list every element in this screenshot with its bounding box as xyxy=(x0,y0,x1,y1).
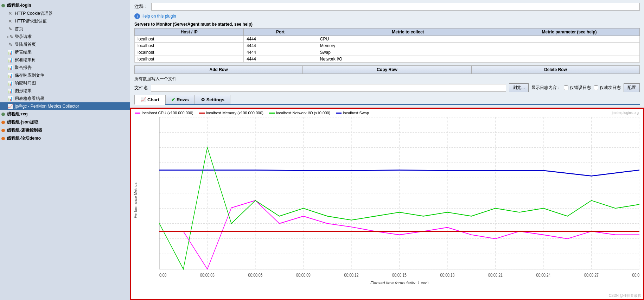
sidebar-item-perfmon[interactable]: 📈 jp@gc - PerfMon Metrics Collector xyxy=(0,102,130,110)
sidebar-group-reg[interactable]: 线程组-reg xyxy=(0,110,130,118)
legend-item-network: localhost Network I/O (x10 000) xyxy=(269,111,330,115)
sidebar-item-after-login[interactable]: ✎ 登陆后首页 xyxy=(0,40,130,48)
svg-text:00:00:15: 00:00:15 xyxy=(392,273,407,278)
copy-row-button[interactable]: Copy Row xyxy=(303,65,471,74)
sidebar-item-login-req[interactable]: ○✎ 登录请求 xyxy=(0,33,130,40)
table-row: localhost 4444 CPU xyxy=(135,36,640,43)
tab-chart[interactable]: 📈 Chart xyxy=(134,95,165,105)
legend-color-swap xyxy=(336,113,342,114)
cell-host: localhost xyxy=(135,56,244,63)
sidebar-item-label: 用表格察看结果 xyxy=(15,96,44,102)
note-input[interactable] xyxy=(151,3,640,11)
legend-label-memory: localhost Memory (x100 000 000) xyxy=(206,111,263,115)
sidebar-group-login[interactable]: 线程组-login xyxy=(0,1,130,9)
sidebar-item-view-result[interactable]: 📊 察看结果树 xyxy=(0,56,130,64)
svg-text:00:00:18: 00:00:18 xyxy=(440,273,455,278)
sidebar-item-assert-result[interactable]: 📊 断言结果 xyxy=(0,48,130,56)
legend-color-memory xyxy=(199,113,205,114)
sidebar-item-label: 断言结果 xyxy=(15,49,32,55)
sidebar-group-json[interactable]: 线程组-json提取 xyxy=(0,118,130,126)
chart-icon: 📊 xyxy=(7,95,13,102)
tab-settings[interactable]: ⚙ Settings xyxy=(195,95,230,104)
file-section-label: 所有数据写入一个文件 xyxy=(134,76,177,81)
sidebar-item-table-result[interactable]: 📊 用表格察看结果 xyxy=(0,95,130,102)
col-param: Metric parameter (see help) xyxy=(499,28,640,36)
log-content-label: 显示日志内容： xyxy=(531,85,561,91)
browse-button[interactable]: 浏览... xyxy=(509,83,529,92)
note-row: 注释： xyxy=(134,3,640,11)
group-dot-reg xyxy=(1,113,5,116)
sidebar-group-json-label: 线程组-json提取 xyxy=(7,119,38,125)
cell-host: localhost xyxy=(135,36,244,43)
servers-section: Servers to Monitor (ServerAgent must be … xyxy=(134,22,640,63)
legend-label-swap: localhost Swap xyxy=(343,111,369,115)
sidebar-item-label: 响应时间图 xyxy=(15,80,36,86)
svg-text:00:00:06: 00:00:06 xyxy=(248,273,263,278)
info-icon: i xyxy=(134,13,140,19)
cell-metric: Swap xyxy=(317,49,499,56)
cell-port: 4444 xyxy=(244,56,317,63)
cell-param xyxy=(499,43,640,49)
svg-text:00:00:03: 00:00:03 xyxy=(200,273,215,278)
chart-legend: localhost CPU (x100 000 000) localhost M… xyxy=(131,109,643,117)
cell-metric: CPU xyxy=(317,36,499,43)
svg-text:00:00:31: 00:00:31 xyxy=(632,273,639,278)
col-host: Host / IP xyxy=(135,28,244,36)
sidebar-group-login-label: 线程组-login xyxy=(7,2,31,8)
svg-text:00:00:21: 00:00:21 xyxy=(488,273,503,278)
legend-label-network: localhost Network I/O (x10 000) xyxy=(276,111,330,115)
cell-param xyxy=(499,49,640,56)
cell-port: 4444 xyxy=(244,43,317,49)
sidebar-group-logic[interactable]: 线程组-逻辑控制器 xyxy=(0,126,130,134)
sidebar-item-http-default[interactable]: ✕ HTTP请求默认值 xyxy=(0,17,130,25)
pencil-icon: ✎ xyxy=(7,41,13,47)
file-input[interactable] xyxy=(151,84,506,92)
sidebar-item-label: 登陆后首页 xyxy=(15,42,36,47)
success-only-label: 仅成功日志 xyxy=(600,85,621,91)
chart-icon: 📊 xyxy=(7,49,13,55)
errors-only-label: 仅错误日志 xyxy=(570,85,591,91)
file-section: 文件名 浏览... 显示日志内容： 仅错误日志 仅成功日志 配置 xyxy=(134,83,640,92)
sidebar-item-aggregate[interactable]: 📊 聚合报告 xyxy=(0,64,130,71)
sidebar-group-logic-label: 线程组-逻辑控制器 xyxy=(7,127,42,133)
sidebar-item-http-cookie[interactable]: ✕ HTTP Cookie管理器 xyxy=(0,9,130,17)
sidebar-item-home[interactable]: ✎ 首页 xyxy=(0,25,130,33)
cell-param xyxy=(499,36,640,43)
success-only-checkbox-group[interactable]: 仅成功日志 xyxy=(594,85,621,91)
svg-text:00:00:24: 00:00:24 xyxy=(536,273,551,278)
table-row: localhost 4444 Network I/O xyxy=(135,56,640,63)
servers-table: Host / IP Port Metric to collect Metric … xyxy=(134,28,640,63)
rows-tab-icon: ✔ xyxy=(171,97,175,102)
sidebar-item-response-time[interactable]: 📊 响应时间图 xyxy=(0,79,130,87)
row-buttons: Add Row Copy Row Delete Row xyxy=(134,65,640,74)
main-panel: 注释： i Help on this plugin Servers to Mon… xyxy=(130,0,644,300)
table-row: localhost 4444 Swap xyxy=(135,49,640,56)
tab-rows[interactable]: ✔ Rows xyxy=(165,95,195,104)
errors-only-checkbox-group[interactable]: 仅错误日志 xyxy=(564,85,591,91)
sidebar-item-save-response[interactable]: 📊 保存响应到文件 xyxy=(0,71,130,79)
legend-item-memory: localhost Memory (x100 000 000) xyxy=(199,111,263,115)
legend-color-cpu xyxy=(135,113,140,114)
sidebar-item-graph-result[interactable]: 📊 图形结果 xyxy=(0,87,130,95)
delete-row-button[interactable]: Delete Row xyxy=(471,65,640,74)
help-link[interactable]: i Help on this plugin xyxy=(134,13,640,19)
servers-title: Servers to Monitor (ServerAgent must be … xyxy=(134,22,640,27)
chart-tab-label: Chart xyxy=(147,97,159,102)
cell-port: 4444 xyxy=(244,36,317,43)
group-dot-login xyxy=(1,4,5,7)
sidebar-item-label: HTTP Cookie管理器 xyxy=(15,11,53,17)
add-row-button[interactable]: Add Row xyxy=(134,65,303,74)
csdn-watermark: CSDN @佳佳要减肥 xyxy=(609,293,641,298)
cell-metric: Network I/O xyxy=(317,56,499,63)
errors-only-checkbox[interactable] xyxy=(564,85,568,90)
gear-icon: ✕ xyxy=(7,10,13,17)
gear-icon: ✕ xyxy=(7,18,13,24)
help-link-text: Help on this plugin xyxy=(141,14,176,19)
sidebar-group-forum[interactable]: 线程组-论坛demo xyxy=(0,134,130,142)
sidebar-item-label: 聚合报告 xyxy=(15,65,32,71)
sidebar-item-label: 登录请求 xyxy=(15,34,32,40)
success-only-checkbox[interactable] xyxy=(594,85,598,90)
sidebar: 线程组-login ✕ HTTP Cookie管理器 ✕ HTTP请求默认值 ✎… xyxy=(0,0,130,300)
watermark: jmsterplugins.org xyxy=(612,111,639,115)
config-button[interactable]: 配置 xyxy=(624,83,640,92)
